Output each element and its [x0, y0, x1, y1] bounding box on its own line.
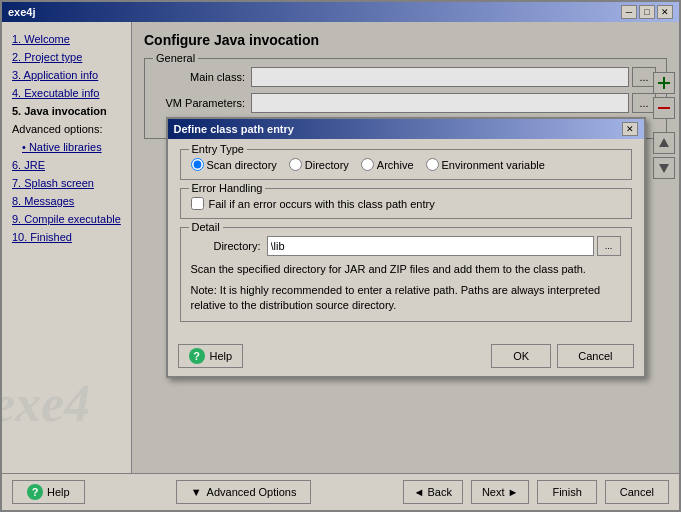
main-help-icon: ?	[27, 484, 43, 500]
back-arrow-icon: ◄	[414, 486, 425, 498]
dialog-help-button[interactable]: ? Help	[178, 344, 244, 368]
cancel-button[interactable]: Cancel	[605, 480, 669, 504]
next-label: Next	[482, 486, 505, 498]
sidebar-item-application-info[interactable]: 3. Application info	[8, 66, 125, 84]
minimize-button[interactable]: ─	[621, 5, 637, 19]
directory-input[interactable]	[267, 236, 594, 256]
error-checkbox[interactable]	[191, 197, 204, 210]
directory-label: Directory:	[191, 240, 261, 252]
error-handling-label: Error Handling	[189, 182, 266, 194]
sidebar-watermark: exe4	[2, 374, 90, 433]
advanced-arrow-icon: ▼	[191, 486, 202, 498]
sidebar-item-native-libraries[interactable]: • Native libraries	[8, 138, 125, 156]
radio-scan-directory[interactable]: Scan directory	[191, 158, 277, 171]
advanced-options-label: Advanced Options	[207, 486, 297, 498]
radio-environment-variable[interactable]: Environment variable	[426, 158, 545, 171]
main-help-label: Help	[47, 486, 70, 498]
bottom-bar: ? Help ▼ Advanced Options ◄ Back Next ► …	[2, 473, 679, 510]
close-button[interactable]: ✕	[657, 5, 673, 19]
radio-directory-label: Directory	[305, 159, 349, 171]
help-icon: ?	[189, 348, 205, 364]
directory-browse-button[interactable]: ...	[597, 236, 621, 256]
radio-options-row: Scan directory Directory Archive	[191, 158, 621, 171]
dialog-close-button[interactable]: ✕	[622, 122, 638, 136]
main-help-button[interactable]: ? Help	[12, 480, 85, 504]
detail-group: Detail Directory: ... Scan the specified…	[180, 227, 632, 322]
right-panel: Configure Java invocation General Main c…	[132, 22, 679, 473]
radio-archive-label: Archive	[377, 159, 414, 171]
radio-directory[interactable]: Directory	[289, 158, 349, 171]
error-handling-group: Error Handling Fail if an error occurs w…	[180, 188, 632, 219]
modal-overlay: Define class path entry ✕ Entry Type Sca…	[132, 22, 679, 473]
back-label: Back	[427, 486, 451, 498]
detail-label: Detail	[189, 221, 223, 233]
error-checkbox-row[interactable]: Fail if an error occurs with this class …	[191, 197, 621, 210]
sidebar-item-compile-executable[interactable]: 9. Compile executable	[8, 210, 125, 228]
sidebar-item-welcome[interactable]: 1. Welcome	[8, 30, 125, 48]
back-button[interactable]: ◄ Back	[403, 480, 463, 504]
title-bar: exe4j ─ □ ✕	[2, 2, 679, 22]
sidebar-item-executable-info[interactable]: 4. Executable info	[8, 84, 125, 102]
title-bar-buttons: ─ □ ✕	[621, 5, 673, 19]
note-text: Note: It is highly recommended to enter …	[191, 283, 621, 313]
sidebar-item-splash-screen[interactable]: 7. Splash screen	[8, 174, 125, 192]
dialog-help-label: Help	[210, 350, 233, 362]
sidebar: 1. Welcome 2. Project type 3. Applicatio…	[2, 22, 132, 473]
dialog-cancel-button[interactable]: Cancel	[557, 344, 633, 368]
maximize-button[interactable]: □	[639, 5, 655, 19]
main-window: exe4j ─ □ ✕ 1. Welcome 2. Project type 3…	[0, 0, 681, 512]
entry-type-label: Entry Type	[189, 143, 247, 155]
sidebar-advanced-options-label: Advanced options:	[8, 120, 125, 138]
next-arrow-icon: ►	[508, 486, 519, 498]
directory-row: Directory: ...	[191, 236, 621, 256]
dialog-title: Define class path entry	[174, 123, 294, 135]
radio-environment-variable-label: Environment variable	[442, 159, 545, 171]
scan-description-text: Scan the specified directory for JAR and…	[191, 262, 621, 277]
define-class-path-dialog: Define class path entry ✕ Entry Type Sca…	[166, 117, 646, 378]
dialog-ok-button[interactable]: OK	[491, 344, 551, 368]
sidebar-item-project-type[interactable]: 2. Project type	[8, 48, 125, 66]
dialog-title-bar: Define class path entry ✕	[168, 119, 644, 139]
next-button[interactable]: Next ►	[471, 480, 530, 504]
advanced-options-button[interactable]: ▼ Advanced Options	[176, 480, 312, 504]
main-content: 1. Welcome 2. Project type 3. Applicatio…	[2, 22, 679, 473]
entry-type-group: Entry Type Scan directory Directory	[180, 149, 632, 180]
finish-button[interactable]: Finish	[537, 480, 596, 504]
window-title: exe4j	[8, 6, 36, 18]
error-checkbox-label: Fail if an error occurs with this class …	[209, 198, 435, 210]
sidebar-item-finished[interactable]: 10. Finished	[8, 228, 125, 246]
sidebar-item-jre[interactable]: 6. JRE	[8, 156, 125, 174]
dialog-body: Entry Type Scan directory Directory	[168, 139, 644, 340]
sidebar-item-messages[interactable]: 8. Messages	[8, 192, 125, 210]
sidebar-item-java-invocation[interactable]: 5. Java invocation	[8, 102, 125, 120]
radio-scan-directory-label: Scan directory	[207, 159, 277, 171]
radio-archive[interactable]: Archive	[361, 158, 414, 171]
